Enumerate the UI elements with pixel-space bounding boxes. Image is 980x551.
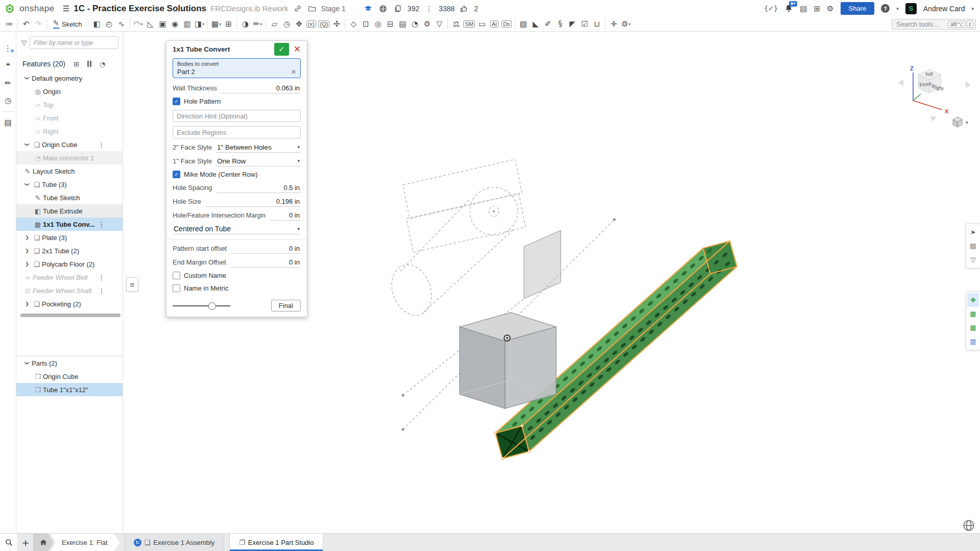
app-store-icon[interactable]: ⊞ xyxy=(814,4,821,13)
notifications-button[interactable]: 9+ xyxy=(784,4,793,13)
kebab-menu-icon[interactable]: ⋮ xyxy=(98,287,104,295)
education-icon[interactable] xyxy=(363,4,373,14)
featurescript-check-icon[interactable]: {✓} xyxy=(764,5,778,12)
tree-item-top[interactable]: ▱Top xyxy=(16,98,123,111)
fillet-icon[interactable]: ◠▾ xyxy=(132,18,144,30)
suppress-icon[interactable] xyxy=(87,61,91,67)
bodies-to-convert-field[interactable]: Bodies to convert Part 2 ✕ xyxy=(173,58,301,78)
pulley-icon[interactable]: ◔ xyxy=(409,18,421,30)
tree-item-mate-connector-1[interactable]: ◔Mate connector 1 xyxy=(16,151,123,164)
rollback-icon[interactable]: ◔ xyxy=(100,60,105,68)
main-menu-button[interactable]: ☰ xyxy=(63,4,69,13)
lookup-icon[interactable]: (Q) xyxy=(317,18,330,30)
tree-item-right[interactable]: ▱Right xyxy=(16,125,123,138)
tree-item-origin-cube[interactable]: ❒Origin Cube xyxy=(16,370,123,383)
chevron-down-icon[interactable]: ❯ xyxy=(25,140,30,149)
view-cube[interactable]: Top Front Right Z X ▾ xyxy=(896,56,980,133)
follow-mode-icon[interactable]: ⋮+ xyxy=(4,44,13,53)
add-tab-button[interactable]: + xyxy=(18,534,33,551)
hole-pattern-checkbox[interactable]: ✓ Hole Pattern xyxy=(173,95,301,108)
redo-icon[interactable]: ↷ xyxy=(32,18,44,30)
tree-item-feeder-wheel-shaft[interactable]: ⊟Feeder Wheel Shaft⋮ xyxy=(16,284,123,297)
custom-panel-active-icon[interactable]: ❖ xyxy=(967,293,979,307)
tree-item-plate-3-[interactable]: ❯❏Plate (3) xyxy=(16,231,123,244)
search-tabs-button[interactable] xyxy=(0,534,18,551)
rib-icon[interactable]: ▥ xyxy=(181,18,193,30)
featurescript-robot-2-icon[interactable]: ⊟ xyxy=(384,18,396,30)
split-icon[interactable]: ✏▾ xyxy=(251,18,264,30)
face-style-1-select[interactable]: One Row ▾ xyxy=(216,156,301,166)
scale-icon[interactable]: ⚖ xyxy=(450,18,462,30)
environment-globe-button[interactable] xyxy=(962,519,975,532)
view-menu-caret-icon[interactable]: ▾ xyxy=(966,120,968,125)
ai-tool-icon[interactable]: Ai xyxy=(488,18,500,30)
share-button[interactable]: Share xyxy=(841,2,875,15)
public-icon[interactable] xyxy=(378,4,388,14)
hide-show-tool-icon[interactable]: ➤ xyxy=(967,225,979,239)
hole-size-input[interactable]: 0.196 in xyxy=(205,197,301,207)
chevron-down-icon[interactable]: ❯ xyxy=(25,358,30,368)
user-menu-caret-icon[interactable]: ▾ xyxy=(971,6,974,11)
sketch-plane[interactable] xyxy=(524,230,561,299)
tree-item-default-geometry[interactable]: ❯Default geometry xyxy=(16,71,123,85)
end-margin-input[interactable]: 0 in xyxy=(230,257,301,268)
tree-item-tube-3-[interactable]: ❯❏Tube (3) xyxy=(16,178,123,191)
confirm-button[interactable]: ✓ xyxy=(274,43,289,56)
corner-icon[interactable]: ◤ xyxy=(566,18,579,30)
pattern-start-input[interactable]: 0 in xyxy=(231,244,301,254)
tree-item-layout-sketch[interactable]: ✎Layout Sketch xyxy=(16,164,123,178)
dashed-crosshair-icon[interactable]: ✛ xyxy=(608,18,620,30)
u-channel-icon[interactable]: ⊔ xyxy=(591,18,603,30)
plane-icon[interactable]: ▱ xyxy=(268,18,280,30)
profile-icon[interactable]: § xyxy=(554,18,566,30)
hole-spacing-input[interactable]: 0.5 in xyxy=(216,183,301,193)
custom-table-green-1-icon[interactable]: ▦ xyxy=(967,307,979,321)
robot-settings-icon[interactable]: ⚙▾ xyxy=(620,18,632,30)
kebab-menu-icon[interactable]: ⋮ xyxy=(98,141,104,149)
checklist-icon[interactable]: ▤ xyxy=(4,118,13,127)
cancel-button[interactable]: ✕ xyxy=(289,44,301,54)
isometric-view-button[interactable] xyxy=(953,117,962,127)
kebab-menu-icon[interactable]: ⋮ xyxy=(98,221,104,228)
add-folder-icon[interactable]: ⊞ xyxy=(74,60,79,68)
onshape-logo-icon[interactable] xyxy=(4,3,15,14)
variable-icon[interactable]: (x) xyxy=(305,18,317,30)
linear-pattern-icon[interactable]: ▦▾ xyxy=(210,18,222,30)
select-check-icon[interactable]: ☑ xyxy=(579,18,591,30)
bom-table-icon[interactable]: ▤ xyxy=(396,18,409,30)
kebab-menu-icon[interactable]: ⋮ xyxy=(98,274,104,281)
sheet-metal-icon[interactable]: SM xyxy=(462,18,476,30)
tree-item-front[interactable]: ▱Front xyxy=(16,111,123,125)
user-avatar[interactable]: S xyxy=(905,3,917,14)
face-style-2-select[interactable]: 1" Between Holes ▾ xyxy=(216,142,301,153)
detail-slider[interactable] xyxy=(173,302,230,310)
tree-item-origin-cube[interactable]: ❯❑Origin Cube⋮ xyxy=(16,138,123,151)
spray-icon[interactable]: ✐ xyxy=(542,18,554,30)
wall-thickness-input[interactable]: 0.063 in xyxy=(221,83,301,93)
ds-tool-icon[interactable]: Ds xyxy=(500,18,513,30)
comments-icon[interactable]: ❝ xyxy=(4,61,13,70)
mate-connector-icon[interactable]: ✣ xyxy=(330,18,343,30)
folder-icon[interactable] xyxy=(307,4,317,14)
parts-list-header[interactable]: ❯ Parts (2) xyxy=(16,356,123,370)
copy-link-icon[interactable] xyxy=(293,4,303,14)
tree-item-1x1-tube-conv-[interactable]: ▩1x1 Tube Conv...⋮ xyxy=(16,218,123,231)
name-in-metric-checkbox[interactable]: ✓ Name in Metric xyxy=(173,282,301,295)
performance-timer-icon[interactable]: ◷ xyxy=(4,96,13,105)
pin-icon[interactable]: ◎ xyxy=(372,18,384,30)
release-checklist-icon[interactable]: ▤ xyxy=(800,4,807,13)
tab-assembly[interactable]: ↻❏Exercise 1 Assembly xyxy=(124,534,225,551)
exclude-regions-input[interactable] xyxy=(173,126,301,138)
tree-item-feeder-wheel-belt[interactable]: ∞Feeder Wheel Belt⋮ xyxy=(16,271,123,284)
chamfer-icon[interactable]: ◺ xyxy=(144,18,156,30)
custom-name-checkbox[interactable]: ✓ Custom Name xyxy=(173,269,301,282)
tree-item-2x1-tube-2-[interactable]: ❯❏2x1 Tube (2) xyxy=(16,244,123,257)
intersection-margin-input[interactable]: 0 in xyxy=(270,210,301,221)
hole-icon[interactable]: ◉ xyxy=(169,18,181,30)
mirror-icon[interactable]: ⊞ xyxy=(222,18,234,30)
copies-icon[interactable] xyxy=(393,4,403,14)
mike-mode-checkbox[interactable]: ✓ Mike Mode (Center Row) xyxy=(173,168,301,181)
section-view-tool-icon[interactable]: ▤ xyxy=(967,239,979,253)
viewport-canvas[interactable] xyxy=(0,0,980,551)
origin-cube-part[interactable] xyxy=(460,313,556,409)
